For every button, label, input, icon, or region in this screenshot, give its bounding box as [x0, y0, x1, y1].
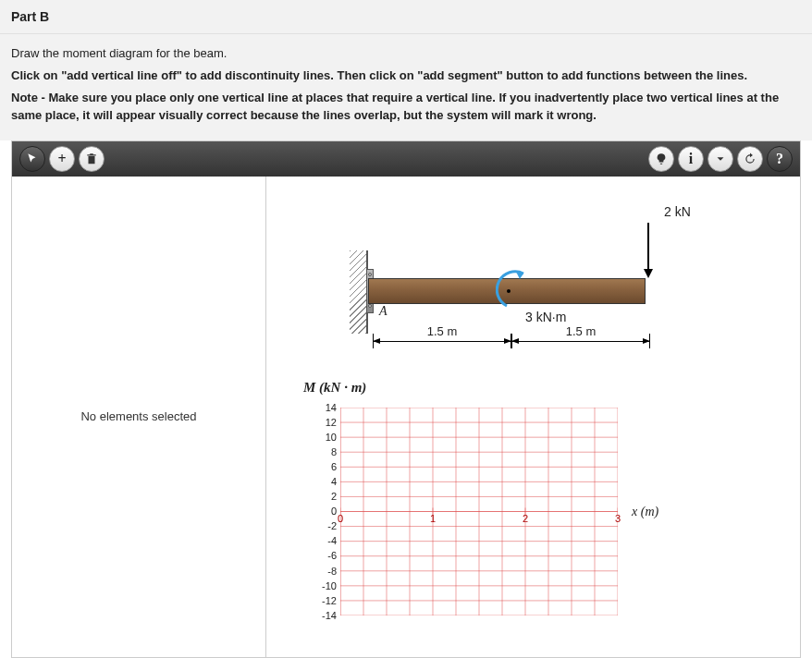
- toolbar: + i ?: [12, 141, 800, 177]
- y-tick: -14: [303, 610, 337, 621]
- y-axis-ticks: 14121086420-2-4-6-8-10-12-14: [303, 408, 337, 615]
- y-tick: -4: [303, 535, 337, 546]
- x-tick: 1: [430, 513, 436, 524]
- delete-button[interactable]: [79, 146, 105, 172]
- y-tick: 8: [303, 446, 337, 457]
- moment-arc-icon: [496, 269, 533, 311]
- dimension-1: 1.5 m: [373, 341, 511, 359]
- y-tick: -2: [303, 520, 337, 531]
- help-button[interactable]: ?: [767, 146, 793, 172]
- chevron-down-icon: [714, 152, 727, 165]
- point-a-label: A: [379, 304, 388, 319]
- reset-icon: [744, 152, 757, 165]
- bolt-icon: [368, 304, 372, 308]
- y-tick: 12: [303, 417, 337, 428]
- x-axis-label: x (m): [632, 505, 658, 519]
- dimension-2-text: 1.5 m: [562, 324, 600, 338]
- fixed-support: [350, 250, 368, 334]
- x-tick: 2: [523, 513, 528, 524]
- force-arrow-icon: [644, 223, 653, 278]
- add-button[interactable]: +: [49, 146, 75, 172]
- dimension-1-text: 1.5 m: [424, 324, 461, 338]
- dimension-2: 1.5 m: [511, 341, 650, 359]
- hint-button[interactable]: [648, 146, 674, 172]
- y-tick: 6: [303, 461, 337, 472]
- cursor-icon: [26, 152, 39, 165]
- reset-button[interactable]: [737, 146, 763, 172]
- drawing-app: + i ? No elements select: [11, 140, 801, 658]
- moment-graph[interactable]: M (kN · m) 14121086420-2-4-6-8-10-12-14 …: [276, 380, 791, 639]
- y-tick: 4: [303, 476, 337, 487]
- instruction-draw: Draw the moment diagram for the beam.: [11, 45, 801, 62]
- instruction-note: Note - Make sure you place only one vert…: [11, 90, 801, 123]
- part-header: Part B: [0, 0, 812, 34]
- x-tick: 0: [338, 513, 343, 524]
- x-tick: 3: [615, 513, 621, 524]
- info-icon: i: [689, 151, 693, 167]
- instructions-block: Draw the moment diagram for the beam. Cl…: [0, 34, 812, 140]
- beam-diagram: A 3 kN·m 2 kN 1.5 m 1.5 m: [331, 186, 791, 371]
- force-label: 2 kN: [664, 204, 691, 219]
- bulb-icon: [655, 152, 668, 165]
- info-button[interactable]: i: [678, 146, 704, 172]
- selection-status: No elements selected: [80, 409, 196, 423]
- graph-title: M (kN · m): [303, 380, 366, 396]
- moment-label: 3 kN·m: [525, 310, 566, 324]
- y-tick: -8: [303, 566, 337, 577]
- y-tick: 10: [303, 432, 337, 443]
- instruction-click: Click on "add vertical line off" to add …: [11, 67, 801, 84]
- y-tick: -12: [303, 595, 337, 606]
- y-tick: 0: [303, 506, 337, 517]
- selection-panel: No elements selected: [12, 177, 266, 657]
- plus-icon: +: [57, 151, 66, 167]
- grid-svg: [340, 408, 618, 615]
- y-tick: -6: [303, 550, 337, 561]
- cursor-tool-button[interactable]: [19, 146, 45, 172]
- bolt-icon: [368, 273, 372, 276]
- trash-icon: [85, 152, 98, 165]
- canvas-area[interactable]: A 3 kN·m 2 kN 1.5 m 1.5 m: [266, 177, 800, 657]
- help-icon: ?: [776, 151, 783, 167]
- y-tick: 2: [303, 491, 337, 502]
- graph-grid[interactable]: [340, 408, 618, 615]
- dropdown-button[interactable]: [707, 146, 733, 172]
- y-tick: 14: [303, 402, 337, 413]
- y-tick: -10: [303, 580, 337, 591]
